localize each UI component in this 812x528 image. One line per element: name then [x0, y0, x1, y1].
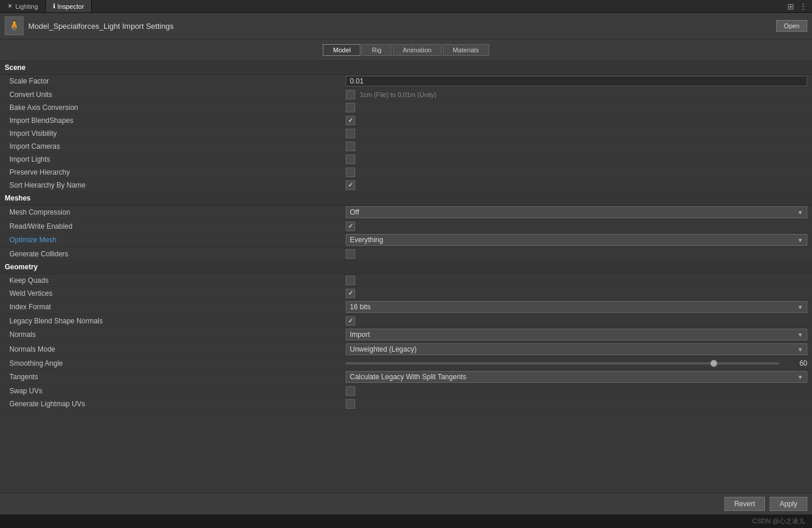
- tab-inspector[interactable]: ℹ Inspector: [46, 0, 92, 12]
- optimize-mesh-selected: Everything: [350, 236, 383, 244]
- generate-lightmap-label: Generate Lightmap UVs: [5, 400, 346, 408]
- preserve-hierarchy-checkbox[interactable]: [346, 168, 355, 177]
- scale-factor-input[interactable]: [346, 76, 807, 86]
- import-lights-label: Import Lights: [5, 155, 346, 163]
- optimize-mesh-value[interactable]: Everything ▼: [346, 234, 807, 246]
- normals-selected: Import: [350, 330, 370, 339]
- mesh-compression-dropdown[interactable]: Off ▼: [346, 206, 807, 218]
- tab-model[interactable]: Model: [323, 44, 360, 56]
- import-tabs: Model Rig Animation Materials: [0, 39, 812, 61]
- tab-inspector-label: Inspector: [58, 3, 84, 10]
- smoothing-angle-track[interactable]: [346, 362, 779, 365]
- optimize-mesh-arrow: ▼: [797, 237, 803, 243]
- normals-arrow: ▼: [797, 332, 803, 338]
- mesh-compression-label: Mesh Compression: [5, 208, 346, 216]
- swap-uvs-checkbox[interactable]: [346, 386, 355, 396]
- open-button[interactable]: Open: [776, 20, 807, 32]
- index-format-value[interactable]: 16 bits ▼: [346, 301, 807, 313]
- index-format-dropdown[interactable]: 16 bits ▼: [346, 301, 807, 313]
- normals-value[interactable]: Import ▼: [346, 329, 807, 340]
- mesh-compression-selected: Off: [350, 208, 359, 216]
- read-write-value: [346, 222, 807, 231]
- convert-units-note: 1cm (File) to 0.01m (Unity): [360, 91, 436, 98]
- index-format-selected: 16 bits: [350, 303, 370, 311]
- swap-uvs-value: [346, 386, 807, 396]
- inspector-panel: 🧍 Model_Specialforces_Light Import Setti…: [0, 13, 812, 514]
- bake-axis-checkbox[interactable]: [346, 103, 355, 112]
- row-preserve-hierarchy: Preserve Hierarchy: [0, 166, 812, 179]
- lighting-icon: ☀: [7, 2, 13, 10]
- tangents-dropdown[interactable]: Calculate Legacy With Split Tangents ▼: [346, 371, 807, 383]
- section-scene-label: Scene: [5, 64, 346, 72]
- normals-label: Normals: [5, 330, 346, 339]
- tab-lighting-label: Lighting: [15, 3, 38, 10]
- generate-colliders-label: Generate Colliders: [5, 250, 346, 258]
- tangents-value[interactable]: Calculate Legacy With Split Tangents ▼: [346, 371, 807, 383]
- scale-factor-value[interactable]: [346, 76, 807, 86]
- tab-lighting[interactable]: ☀ Lighting: [0, 0, 46, 12]
- row-scale-factor: Scale Factor: [0, 75, 812, 88]
- optimize-mesh-label: Optimize Mesh: [5, 236, 346, 244]
- mesh-compression-value[interactable]: Off ▼: [346, 206, 807, 218]
- section-scene: Scene: [0, 61, 812, 75]
- convert-units-label: Convert Units: [5, 91, 346, 99]
- legacy-blend-checkbox[interactable]: [346, 316, 355, 326]
- swap-uvs-label: Swap UVs: [5, 387, 346, 395]
- legacy-blend-value: [346, 316, 807, 326]
- tab-rig[interactable]: Rig: [362, 44, 392, 56]
- sort-hierarchy-label: Sort Hierarchy By Name: [5, 181, 346, 189]
- normals-mode-value[interactable]: Unweighted (Legacy) ▼: [346, 343, 807, 355]
- import-lights-checkbox[interactable]: [346, 155, 355, 164]
- tab-animation[interactable]: Animation: [393, 44, 442, 56]
- row-legacy-blend: Legacy Blend Shape Normals: [0, 315, 812, 328]
- sort-hierarchy-value: [346, 181, 807, 190]
- smoothing-angle-thumb[interactable]: [710, 360, 717, 367]
- row-generate-colliders: Generate Colliders: [0, 248, 812, 260]
- keep-quads-checkbox[interactable]: [346, 276, 355, 285]
- smoothing-angle-label: Smoothing Angle: [5, 359, 346, 367]
- import-cameras-value: [346, 142, 807, 151]
- normals-mode-arrow: ▼: [797, 346, 803, 353]
- section-geometry: Geometry: [0, 260, 812, 274]
- row-import-lights: Import Lights: [0, 153, 812, 166]
- smoothing-angle-value[interactable]: 60: [346, 359, 807, 367]
- model-icon: 🧍: [5, 16, 24, 35]
- import-blendshapes-checkbox[interactable]: [346, 116, 355, 125]
- row-mesh-compression: Mesh Compression Off ▼: [0, 205, 812, 220]
- revert-button[interactable]: Revert: [724, 497, 765, 511]
- section-meshes: Meshes: [0, 192, 812, 205]
- import-visibility-label: Import Visibility: [5, 129, 346, 138]
- mesh-compression-arrow: ▼: [797, 209, 803, 216]
- tangents-arrow: ▼: [797, 374, 803, 380]
- row-import-cameras: Import Cameras: [0, 140, 812, 153]
- generate-colliders-value: [346, 249, 807, 259]
- row-read-write: Read/Write Enabled: [0, 220, 812, 233]
- normals-dropdown[interactable]: Import ▼: [346, 329, 807, 340]
- tab-materials[interactable]: Materials: [443, 44, 489, 56]
- read-write-checkbox[interactable]: [346, 222, 355, 231]
- row-import-blendshapes: Import BlendShapes: [0, 114, 812, 127]
- weld-vertices-checkbox[interactable]: [346, 289, 355, 298]
- optimize-mesh-dropdown[interactable]: Everything ▼: [346, 234, 807, 246]
- import-cameras-checkbox[interactable]: [346, 142, 355, 151]
- normals-mode-dropdown[interactable]: Unweighted (Legacy) ▼: [346, 343, 807, 355]
- maximize-icon[interactable]: ⊞: [787, 2, 794, 11]
- row-bake-axis: Bake Axis Conversion: [0, 101, 812, 114]
- generate-lightmap-checkbox[interactable]: [346, 399, 355, 409]
- index-format-label: Index Format: [5, 303, 346, 311]
- smoothing-angle-slider-container: 60: [346, 359, 807, 367]
- row-smoothing-angle: Smoothing Angle 60: [0, 357, 812, 370]
- sort-hierarchy-checkbox[interactable]: [346, 181, 355, 190]
- apply-button[interactable]: Apply: [770, 497, 807, 511]
- import-visibility-checkbox[interactable]: [346, 129, 355, 138]
- import-lights-value: [346, 155, 807, 164]
- convert-units-checkbox[interactable]: [346, 90, 355, 99]
- top-tab-bar: ☀ Lighting ℹ Inspector ⊞ ⋮: [0, 0, 812, 13]
- keep-quads-value: [346, 276, 807, 285]
- section-geometry-label: Geometry: [5, 263, 346, 271]
- import-blendshapes-label: Import BlendShapes: [5, 116, 346, 125]
- generate-colliders-checkbox[interactable]: [346, 249, 355, 259]
- menu-icon[interactable]: ⋮: [799, 2, 807, 11]
- bake-axis-value: [346, 103, 807, 112]
- row-generate-lightmap: Generate Lightmap UVs: [0, 397, 812, 410]
